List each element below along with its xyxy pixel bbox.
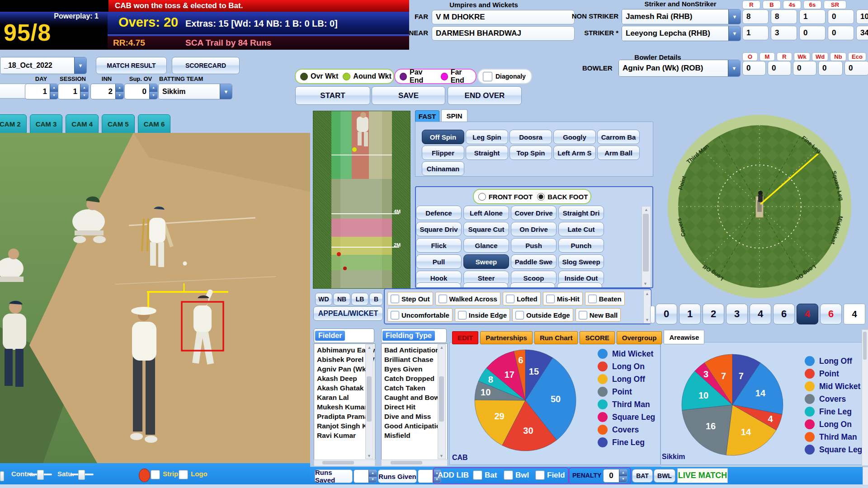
scorecard-button[interactable]: SCORECARD [172, 57, 240, 74]
mis-hit-checkbox[interactable] [546, 295, 555, 303]
right-vscroll[interactable] [862, 329, 868, 466]
bowl-type-arm-ball[interactable]: Arm Ball [597, 145, 640, 160]
stat-value[interactable]: 0 [768, 61, 791, 75]
chevron-down-icon[interactable]: ▼ [728, 26, 741, 41]
shot-square-driv[interactable]: Square Driv [416, 222, 462, 236]
stat-value[interactable]: 0 [799, 26, 826, 40]
run-6-red-button[interactable]: 6 [820, 304, 842, 324]
bowl-type-googly[interactable]: Googly [553, 130, 596, 144]
logo-checkbox[interactable] [179, 470, 188, 479]
wagon-wheel[interactable]: Third ManFine LegSquare LegMid WicketLon… [665, 112, 859, 304]
shot-on-drive[interactable]: On Drive [511, 222, 557, 236]
penalty-stepper[interactable]: 0▲▼ [603, 469, 627, 483]
aound-wkt-radio[interactable] [343, 73, 350, 80]
cam-tab-6[interactable]: CAM 6 [138, 114, 171, 133]
uncomfortable-checkbox[interactable] [391, 311, 399, 319]
runs-saved-stepper[interactable]: ▲▼ [354, 469, 377, 483]
sup-ov-stepper[interactable]: 0▲▼ [124, 84, 158, 99]
bowl-type-leg-spin[interactable]: Leg Spin [466, 130, 508, 144]
step-out-checkbox[interactable] [391, 295, 399, 303]
stat-value[interactable]: 100.00 [856, 9, 868, 24]
wide-button[interactable]: WD [315, 293, 332, 305]
shot-cover-drive[interactable]: Cover Drive [511, 206, 557, 220]
chevron-down-icon[interactable]: ▼ [728, 60, 740, 76]
tab-areawise[interactable]: Areawise [664, 330, 704, 344]
appeal-wicket-button[interactable]: APPEAL/WICKET [313, 306, 383, 321]
video-feed[interactable] [0, 133, 310, 463]
stat-value[interactable]: 0 [828, 26, 854, 40]
bowl-type-left-arm-s[interactable]: Left Arm S [553, 145, 596, 160]
shot-scrollbar[interactable]: ▲ ▼ [642, 206, 651, 287]
shot-slog-sweep[interactable]: Slog Sweep [558, 254, 604, 269]
non-striker-combo[interactable]: Jamesh Rai (RHB) ▼ [622, 9, 741, 24]
stat-value[interactable]: 1 [742, 26, 769, 40]
chevron-down-icon[interactable]: ▼ [220, 84, 232, 99]
start-button[interactable]: START [295, 86, 370, 105]
day-stepper[interactable]: 1▲▼ [25, 84, 58, 99]
shot-flick[interactable]: Flick [416, 238, 462, 253]
pav-end-radio[interactable] [400, 73, 407, 80]
tab-fast[interactable]: FAST [415, 110, 439, 122]
striker-combo[interactable]: Leeyong Lepcha (RHB) ▼ [622, 26, 741, 41]
fielder-hscroll[interactable] [314, 460, 375, 466]
field-checkbox[interactable] [535, 470, 545, 480]
bowl-type-chinaman[interactable]: Chinaman [422, 161, 464, 176]
lofted-checkbox[interactable] [506, 295, 514, 303]
match-result-button[interactable]: MATCH RESULT [96, 57, 167, 74]
fielding-hscroll[interactable] [381, 460, 448, 466]
run-3-button[interactable]: 3 [726, 304, 748, 324]
inside-edge-checkbox[interactable] [458, 311, 467, 319]
tab-partnerships[interactable]: Partnerships [480, 331, 533, 344]
legbye-button[interactable]: LB [351, 293, 368, 305]
shot-glance[interactable]: Glance [463, 238, 509, 253]
cam-tab-5[interactable]: CAM 5 [102, 114, 135, 133]
bowl-type-off-spin[interactable]: Off Spin [422, 130, 464, 144]
bowl-type-carrom-ba[interactable]: Carrom Ba [597, 130, 640, 144]
bye-button[interactable]: B [369, 293, 383, 305]
tab-score[interactable]: SCORE [580, 331, 614, 344]
cam-tab-3[interactable]: CAM 3 [30, 114, 63, 133]
far-end-radio[interactable] [441, 73, 448, 80]
shot-straight-dri[interactable]: Straight Dri [558, 206, 604, 220]
stat-value[interactable]: 0 [793, 61, 816, 75]
pitch-map[interactable]: 4M 2M [313, 111, 410, 289]
run-value-box[interactable]: 4 [844, 304, 865, 324]
stat-value[interactable]: 8 [742, 9, 769, 24]
fielding-vscroll[interactable]: ▲ ▼ [438, 344, 446, 459]
shot-punch[interactable]: Punch [558, 238, 604, 253]
new-ball-checkbox[interactable] [579, 311, 587, 319]
shot-sweep[interactable]: Sweep [463, 254, 509, 269]
stat-value[interactable]: 3 [771, 26, 797, 40]
contrast-slider-thumb[interactable] [37, 470, 44, 480]
bat-button[interactable]: BAT [632, 469, 653, 483]
back-foot-radio[interactable] [537, 193, 545, 201]
shot-push[interactable]: Push [511, 238, 557, 253]
stat-value[interactable]: 0 [742, 61, 766, 75]
run-1-button[interactable]: 1 [679, 304, 701, 324]
tab-spin[interactable]: SPIN [441, 109, 467, 122]
bowl-type-top-spin[interactable]: Top Spin [509, 145, 552, 160]
stat-value[interactable]: 0 [828, 9, 854, 24]
shot-square-cut[interactable]: Square Cut [463, 222, 509, 236]
stat-value[interactable]: 0 [844, 61, 868, 75]
shot-left-alone[interactable]: Left Alone [463, 206, 509, 220]
stat-value[interactable]: 34.00 [856, 26, 868, 40]
cam-tab-2[interactable]: CAM 2 [0, 114, 27, 133]
cam-tab-4[interactable]: CAM 4 [66, 114, 99, 133]
end-over-button[interactable]: END OVER [448, 86, 522, 105]
bowl-type-doosra[interactable]: Doosra [509, 130, 552, 144]
bwl-checkbox[interactable] [504, 470, 513, 480]
match-date-combo[interactable]: _18_Oct_2022 ▼ [0, 57, 87, 74]
run-0-button[interactable]: 0 [656, 304, 677, 324]
save-button[interactable]: SAVE [372, 86, 445, 105]
noball-button[interactable]: NB [333, 293, 350, 305]
tab-run-chart[interactable]: Run Chart [534, 331, 578, 344]
run-2-button[interactable]: 2 [703, 304, 724, 324]
beaten-checkbox[interactable] [588, 295, 597, 303]
bowler-combo[interactable]: Agniv Pan (Wk) (ROB) ▼ [618, 60, 741, 77]
outside-edge-checkbox[interactable] [515, 311, 524, 319]
strip-checkbox[interactable] [151, 470, 160, 479]
chevron-down-icon[interactable]: ▼ [728, 9, 741, 24]
run-4-selected-button[interactable]: 4 [797, 304, 818, 324]
batting-team-combo[interactable]: Sikkim ▼ [158, 84, 232, 99]
